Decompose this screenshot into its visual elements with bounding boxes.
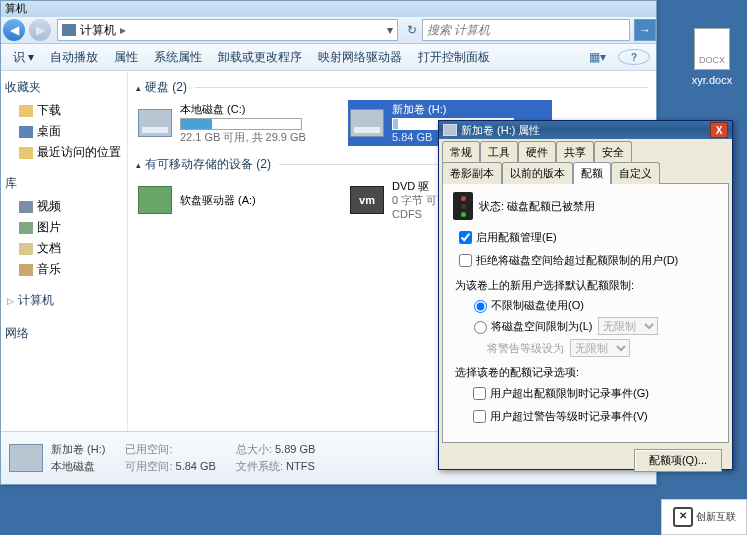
sidebar-item-network[interactable]: 网络	[3, 321, 125, 346]
checkbox-log-warn-label: 用户超过警告等级时记录事件(V)	[490, 409, 648, 424]
status-fs-label: 文件系统:	[236, 460, 283, 472]
sidebar-item-desktop[interactable]: 桌面	[3, 121, 125, 142]
sidebar-item-downloads[interactable]: 下载	[3, 100, 125, 121]
tab-shadowcopy[interactable]: 卷影副本	[442, 162, 502, 184]
status-total-value: 5.89 GB	[275, 443, 315, 455]
section1-label: 为该卷上的新用户选择默认配额限制:	[455, 278, 718, 293]
radio-limit-input[interactable]	[474, 321, 487, 334]
section2-label: 选择该卷的配额记录选项:	[455, 365, 718, 380]
toolbar-organize[interactable]: 识 ▾	[5, 49, 42, 66]
dropdown-icon[interactable]: ▾	[387, 23, 393, 37]
drive-c[interactable]: 本地磁盘 (C:) 22.1 GB 可用, 共 29.9 GB	[136, 100, 340, 146]
video-icon	[19, 201, 33, 213]
tab-security[interactable]: 安全	[594, 141, 632, 163]
sidebar-item-recent[interactable]: 最近访问的位置	[3, 142, 125, 163]
quota-status-label: 状态:	[479, 200, 504, 212]
tab-sharing[interactable]: 共享	[556, 141, 594, 163]
dialog-title: 新加卷 (H:) 属性	[461, 123, 540, 138]
status-type: 本地磁盘	[51, 459, 105, 474]
quota-pane: 状态: 磁盘配额已被禁用 启用配额管理(E) 拒绝将磁盘空间给超过配额限制的用户…	[442, 183, 729, 443]
address-bar[interactable]: 计算机 ▸ ▾	[57, 19, 398, 41]
radio-unlimited[interactable]: 不限制磁盘使用(O)	[469, 297, 718, 313]
radio-unlimited-label: 不限制磁盘使用(O)	[491, 298, 584, 313]
sidebar-favorites-header[interactable]: 收藏夹	[3, 75, 125, 100]
sidebar-item-music[interactable]: 音乐	[3, 259, 125, 280]
search-go-button[interactable]: →	[634, 19, 656, 41]
checkbox-deny[interactable]: 拒绝将磁盘空间给超过配额限制的用户(D)	[455, 251, 718, 270]
back-button[interactable]: ◀	[3, 19, 25, 41]
drive-dvd-line3: CDFS	[392, 207, 437, 221]
drive-dvd-line1: DVD 驱	[392, 179, 437, 193]
drive-floppy[interactable]: 软盘驱动器 (A:)	[136, 177, 340, 223]
address-text: 计算机	[80, 22, 116, 39]
help-icon[interactable]: ?	[618, 49, 650, 65]
radio-limit-label: 将磁盘空间限制为(L)	[491, 319, 592, 334]
desktop-file[interactable]: DOCX xyr.docx	[688, 28, 736, 86]
tab-quota[interactable]: 配额	[573, 162, 611, 184]
dialog-titlebar[interactable]: 新加卷 (H:) 属性 X	[439, 121, 732, 139]
quota-status-value: 磁盘配额已被禁用	[507, 200, 595, 212]
drive-c-sub: 22.1 GB 可用, 共 29.9 GB	[180, 130, 306, 144]
checkbox-log-warn[interactable]: 用户超过警告等级时记录事件(V)	[469, 407, 718, 426]
tabs-row2: 卷影副本 以前的版本 配额 自定义	[439, 162, 732, 183]
checkbox-enable-label: 启用配额管理(E)	[476, 230, 557, 245]
chevron-right-icon: ▷	[7, 296, 14, 306]
window-title: 算机	[1, 1, 656, 17]
collapse-icon: ▴	[136, 160, 141, 170]
checkbox-log-warn-input[interactable]	[473, 410, 486, 423]
view-icon[interactable]: ▦▾	[580, 48, 614, 66]
toolbar-controlpanel[interactable]: 打开控制面板	[410, 49, 498, 66]
tab-tools[interactable]: 工具	[480, 141, 518, 163]
sidebar-item-videos[interactable]: 视频	[3, 196, 125, 217]
hdd-icon	[443, 124, 457, 136]
vmware-icon: vm	[350, 186, 384, 214]
checkbox-deny-label: 拒绝将磁盘空间给超过配额限制的用户(D)	[476, 253, 678, 268]
status-name: 新加卷 (H:)	[51, 442, 105, 457]
checkbox-log-exceed[interactable]: 用户超出配额限制时记录事件(G)	[469, 384, 718, 403]
hdd-icon	[138, 109, 172, 137]
capacity-bar	[180, 118, 302, 130]
sidebar-item-computer[interactable]: ▷计算机	[3, 288, 125, 313]
tab-general[interactable]: 常规	[442, 141, 480, 163]
tab-previous[interactable]: 以前的版本	[502, 162, 573, 184]
close-button[interactable]: X	[710, 122, 728, 138]
nav-bar: ◀ ▶ 计算机 ▸ ▾ ↻ 搜索 计算机 →	[1, 17, 656, 44]
group-hard-disks[interactable]: ▴ 硬盘 (2)	[136, 79, 648, 96]
toolbar-mapdrive[interactable]: 映射网络驱动器	[310, 49, 410, 66]
warn-dropdown: 无限制	[570, 339, 630, 357]
tab-customize[interactable]: 自定义	[611, 162, 660, 184]
warn-level: 将警告等级设为 无限制	[469, 339, 718, 357]
floppy-icon	[138, 186, 172, 214]
refresh-button[interactable]: ↻	[402, 20, 422, 40]
checkbox-log-exceed-input[interactable]	[473, 387, 486, 400]
sidebar-item-documents[interactable]: 文档	[3, 238, 125, 259]
toolbar-properties[interactable]: 属性	[106, 49, 146, 66]
tab-hardware[interactable]: 硬件	[518, 141, 556, 163]
computer-icon	[62, 24, 76, 36]
search-input[interactable]: 搜索 计算机	[422, 19, 630, 41]
checkbox-deny-input[interactable]	[459, 254, 472, 267]
drive-dvd-line2: 0 字节 可	[392, 193, 437, 207]
toolbar-autoplay[interactable]: 自动播放	[42, 49, 106, 66]
checkbox-enable-quota[interactable]: 启用配额管理(E)	[455, 228, 718, 247]
sidebar-libraries-header[interactable]: 库	[3, 171, 125, 196]
radio-limit[interactable]: 将磁盘空间限制为(L) 无限制	[469, 317, 718, 335]
properties-dialog: 新加卷 (H:) 属性 X 常规 工具 硬件 共享 安全 卷影副本 以前的版本 …	[438, 120, 733, 470]
sidebar-item-pictures[interactable]: 图片	[3, 217, 125, 238]
quota-entries-button[interactable]: 配额项(Q)...	[634, 449, 722, 472]
toolbar-uninstall[interactable]: 卸载或更改程序	[210, 49, 310, 66]
tabs-row1: 常规 工具 硬件 共享 安全	[439, 139, 732, 162]
status-used-label: 已用空间:	[125, 443, 172, 455]
watermark-icon: ✕	[673, 507, 693, 527]
desktop: DOCX xyr.docx 算机 ◀ ▶ 计算机 ▸ ▾ ↻ 搜索 计算机 → …	[0, 0, 747, 535]
document-icon	[19, 243, 33, 255]
status-free-value: 5.84 GB	[176, 460, 216, 472]
checkbox-enable-input[interactable]	[459, 231, 472, 244]
hdd-icon	[350, 109, 384, 137]
picture-icon	[19, 222, 33, 234]
toolbar-sysprops[interactable]: 系统属性	[146, 49, 210, 66]
search-placeholder: 搜索 计算机	[427, 22, 490, 39]
docx-icon: DOCX	[694, 28, 730, 70]
radio-unlimited-input[interactable]	[474, 300, 487, 313]
drive-floppy-title: 软盘驱动器 (A:)	[180, 193, 256, 207]
